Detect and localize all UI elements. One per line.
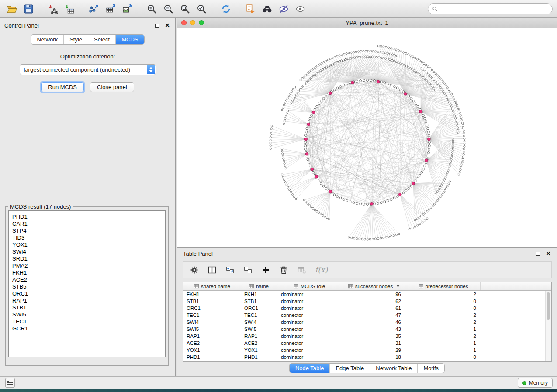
mcds-result-item[interactable]: SWI5 xyxy=(12,311,165,318)
table-row[interactable]: ORC1ORC1dominator610 xyxy=(183,305,551,312)
zoom-in-button[interactable] xyxy=(144,2,159,16)
table-grid-icon xyxy=(348,284,353,289)
task-history-button[interactable] xyxy=(5,378,15,388)
export-table-button[interactable] xyxy=(103,2,118,16)
cell-predecessor-nodes: 0 xyxy=(406,305,481,312)
import-table-button[interactable] xyxy=(62,2,77,16)
delete-column-icon[interactable] xyxy=(279,265,288,275)
network-view[interactable] xyxy=(177,28,557,247)
tab-mcds[interactable]: MCDS xyxy=(115,35,144,44)
column-header-shared-name[interactable]: shared name xyxy=(183,282,241,290)
export-group xyxy=(86,2,135,16)
table-row[interactable]: SWI5SWI5connector431 xyxy=(183,326,551,333)
save-icon xyxy=(23,3,34,14)
zoom-out-button[interactable] xyxy=(161,2,176,16)
mcds-result-item[interactable]: ACE2 xyxy=(12,276,165,283)
status-bar: Memory xyxy=(0,376,557,389)
mcds-result-item[interactable]: TEC1 xyxy=(12,318,165,325)
mcds-result-item[interactable]: SWI4 xyxy=(12,248,165,255)
import-network-button[interactable] xyxy=(45,2,60,16)
cell-mcds-role: connector xyxy=(277,312,342,319)
close-panel-icon[interactable]: ✕ xyxy=(165,23,170,28)
table-row[interactable]: ACE2ACE2connector311 xyxy=(183,340,551,347)
zoom-selected-button[interactable] xyxy=(194,2,209,16)
mcds-result-item[interactable]: SRD1 xyxy=(12,255,165,262)
mcds-result-item[interactable]: CAR1 xyxy=(12,220,165,227)
clone-network-icon xyxy=(245,3,256,14)
table-row[interactable]: TEC1TEC1connector472 xyxy=(183,312,551,319)
refresh-button[interactable] xyxy=(218,2,233,16)
export-network-button[interactable] xyxy=(86,2,101,16)
delete-table-icon[interactable] xyxy=(297,265,306,275)
scrollbar-thumb[interactable] xyxy=(547,292,550,320)
open-file-button[interactable] xyxy=(4,2,19,16)
tab-select[interactable]: Select xyxy=(88,35,115,44)
table-row[interactable]: PHD1PHD1dominator180 xyxy=(183,354,551,361)
mcds-result-item[interactable]: ORC1 xyxy=(12,290,165,297)
cell-shared-name: ORC1 xyxy=(183,305,241,312)
mcds-result-item[interactable]: STB1 xyxy=(12,304,165,311)
tab-edge-table[interactable]: Edge Table xyxy=(329,364,370,373)
float-panel-icon[interactable] xyxy=(155,24,159,28)
table-grid-icon xyxy=(294,284,298,289)
column-header-mcds-role[interactable]: MCDS role xyxy=(277,282,342,290)
save-button[interactable] xyxy=(21,2,36,16)
table-panel: Table Panel ✕ xyxy=(177,247,557,376)
column-header-successor-nodes[interactable]: successor nodes xyxy=(342,282,406,290)
memory-button[interactable]: Memory xyxy=(518,378,553,388)
mcds-result-item[interactable]: RAP1 xyxy=(12,297,165,304)
export-image-button[interactable] xyxy=(120,2,135,16)
table-row[interactable]: SWI4SWI4dominator462 xyxy=(183,319,551,326)
table-row[interactable]: STB1STB1dominator620 xyxy=(183,298,551,305)
zoom-fit-icon xyxy=(180,3,190,14)
columns-icon[interactable] xyxy=(208,265,217,275)
search-input[interactable] xyxy=(438,6,548,12)
mcds-result-item[interactable]: STB5 xyxy=(12,283,165,290)
close-panel-button[interactable]: Close panel xyxy=(90,82,134,92)
select-all-icon[interactable] xyxy=(225,265,235,275)
column-header-predecessor-nodes[interactable]: predecessor nodes xyxy=(406,282,481,290)
mcds-result-item[interactable]: PHD1 xyxy=(12,213,165,220)
tab-network[interactable]: Network xyxy=(31,35,63,44)
desktop-background xyxy=(0,389,557,392)
mcds-result-item[interactable]: TID3 xyxy=(12,234,165,241)
clone-network-button[interactable] xyxy=(243,2,258,16)
tab-network-table[interactable]: Network Table xyxy=(370,364,417,373)
file-group xyxy=(4,2,36,16)
show-button[interactable] xyxy=(293,2,308,16)
network-graph[interactable] xyxy=(177,28,557,247)
function-builder-icon[interactable]: f(x) xyxy=(315,265,328,274)
mcds-buttons: Run MCDS Close panel xyxy=(0,82,175,92)
mcds-result-item[interactable]: YOX1 xyxy=(12,241,165,248)
tab-style[interactable]: Style xyxy=(63,35,88,44)
zoom-in-icon xyxy=(146,3,157,14)
close-table-panel-icon[interactable]: ✕ xyxy=(546,251,551,256)
table-row[interactable]: FKH1FKH1dominator962 xyxy=(183,291,551,298)
hide-button[interactable] xyxy=(276,2,291,16)
tab-node-table[interactable]: Node Table xyxy=(290,364,330,373)
cell-predecessor-nodes: 0 xyxy=(406,298,481,305)
mcds-result-item[interactable]: GCR1 xyxy=(12,325,165,332)
float-table-panel-icon[interactable] xyxy=(536,252,540,256)
run-mcds-button[interactable]: Run MCDS xyxy=(41,82,84,92)
zoom-fit-button[interactable] xyxy=(177,2,192,16)
table-row[interactable]: RAP1RAP1dominator352 xyxy=(183,333,551,340)
add-column-icon[interactable] xyxy=(261,265,270,275)
search-box[interactable] xyxy=(428,3,553,14)
mcds-result-item[interactable]: STP4 xyxy=(12,227,165,234)
network-window-titlebar[interactable]: YPA_prune.txt_1 xyxy=(177,18,557,28)
mcds-result-list[interactable]: PHD1CAR1STP4TID3YOX1SWI4SRD1PMA2FKH1ACE2… xyxy=(8,210,166,357)
mcds-result-item[interactable]: PMA2 xyxy=(12,262,165,269)
criterion-dropdown[interactable]: largest connected component (undirected) xyxy=(20,64,156,75)
tab-motifs[interactable]: Motifs xyxy=(417,364,444,373)
binoculars-button[interactable] xyxy=(259,2,274,16)
mcds-result-item[interactable]: FKH1 xyxy=(12,269,165,276)
cell-name: FKH1 xyxy=(241,291,277,298)
table-scrollbar[interactable] xyxy=(545,291,551,361)
column-header-name[interactable]: name xyxy=(241,282,277,290)
unselect-all-icon[interactable] xyxy=(243,265,253,275)
network-window: YPA_prune.txt_1 xyxy=(177,18,557,247)
gear-icon[interactable] xyxy=(190,265,199,275)
cell-predecessor-nodes: 2 xyxy=(406,291,481,298)
table-row[interactable]: YOX1YOX1connector291 xyxy=(183,347,551,354)
